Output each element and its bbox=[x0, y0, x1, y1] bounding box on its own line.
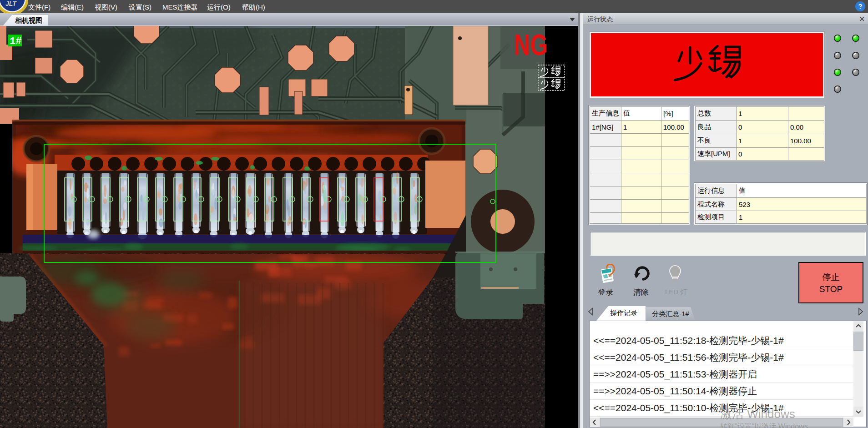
svg-text:JLT: JLT bbox=[5, 0, 17, 7]
svg-text:1#: 1# bbox=[10, 36, 21, 47]
svg-text:NG: NG bbox=[514, 29, 548, 61]
